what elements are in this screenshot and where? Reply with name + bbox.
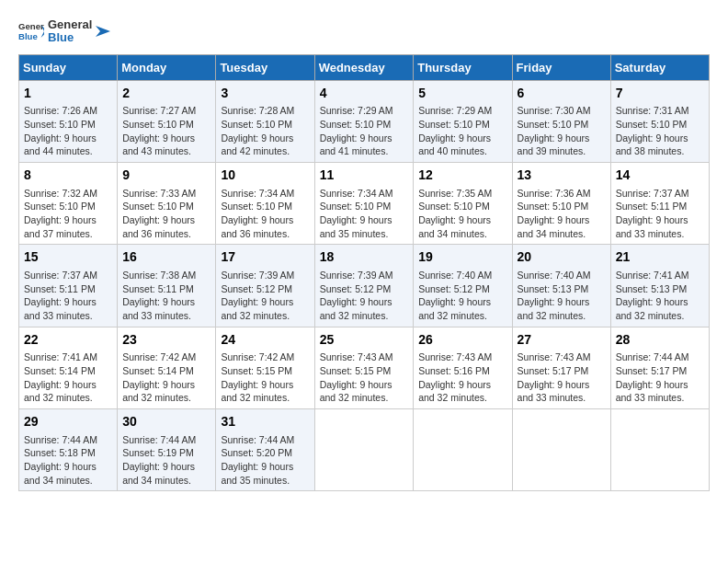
- day-content: Sunrise: 7:44 AM Sunset: 5:20 PM Dayligh…: [221, 433, 309, 488]
- calendar-cell: 24 Sunrise: 7:42 AM Sunset: 5:15 PM Dayl…: [216, 327, 314, 408]
- calendar-cell: 29 Sunrise: 7:44 AM Sunset: 5:18 PM Dayl…: [19, 408, 118, 490]
- calendar-cell: 13 Sunrise: 7:36 AM Sunset: 5:10 PM Dayl…: [512, 162, 610, 244]
- calendar-cell: 31 Sunrise: 7:44 AM Sunset: 5:20 PM Dayl…: [216, 408, 314, 490]
- calendar-cell: 11 Sunrise: 7:34 AM Sunset: 5:10 PM Dayl…: [314, 162, 414, 244]
- day-number: 4: [320, 85, 409, 103]
- day-number: 24: [221, 331, 309, 350]
- day-content: Sunrise: 7:28 AM Sunset: 5:10 PM Dayligh…: [221, 104, 309, 158]
- day-content: Sunrise: 7:43 AM Sunset: 5:15 PM Dayligh…: [320, 350, 409, 405]
- day-number: 20: [518, 248, 606, 267]
- calendar-cell: 17 Sunrise: 7:39 AM Sunset: 5:12 PM Dayl…: [216, 245, 314, 327]
- calendar-cell: 12 Sunrise: 7:35 AM Sunset: 5:10 PM Dayl…: [414, 162, 512, 244]
- day-number: 2: [122, 85, 210, 103]
- day-number: 3: [221, 85, 309, 103]
- day-number: 21: [616, 248, 704, 267]
- day-content: Sunrise: 7:42 AM Sunset: 5:15 PM Dayligh…: [221, 350, 309, 405]
- calendar-cell: 2 Sunrise: 7:27 AM Sunset: 5:10 PM Dayli…: [118, 80, 216, 162]
- day-number: 6: [518, 85, 606, 103]
- day-number: 12: [418, 167, 506, 185]
- calendar-cell: 25 Sunrise: 7:43 AM Sunset: 5:15 PM Dayl…: [314, 327, 414, 408]
- svg-text:Blue: Blue: [18, 31, 38, 41]
- calendar-cell: 23 Sunrise: 7:42 AM Sunset: 5:14 PM Dayl…: [118, 327, 216, 408]
- day-number: 27: [518, 331, 606, 350]
- logo: General Blue General Blue: [18, 18, 114, 45]
- day-content: Sunrise: 7:35 AM Sunset: 5:10 PM Dayligh…: [418, 187, 506, 241]
- calendar-cell: 5 Sunrise: 7:29 AM Sunset: 5:10 PM Dayli…: [414, 80, 512, 162]
- day-number: 13: [518, 167, 606, 185]
- day-content: Sunrise: 7:38 AM Sunset: 5:11 PM Dayligh…: [122, 269, 210, 323]
- calendar-cell: 3 Sunrise: 7:28 AM Sunset: 5:10 PM Dayli…: [216, 80, 314, 162]
- calendar-cell: 14 Sunrise: 7:37 AM Sunset: 5:11 PM Dayl…: [610, 162, 709, 244]
- day-content: Sunrise: 7:36 AM Sunset: 5:10 PM Dayligh…: [518, 187, 606, 241]
- day-content: Sunrise: 7:34 AM Sunset: 5:10 PM Dayligh…: [320, 187, 409, 241]
- day-number: 11: [320, 167, 409, 185]
- day-content: Sunrise: 7:40 AM Sunset: 5:13 PM Dayligh…: [518, 269, 606, 323]
- page-header: General Blue General Blue: [18, 18, 710, 45]
- day-content: Sunrise: 7:39 AM Sunset: 5:12 PM Dayligh…: [221, 269, 309, 323]
- logo-line2: Blue: [48, 31, 92, 44]
- day-number: 7: [616, 85, 704, 103]
- day-content: Sunrise: 7:40 AM Sunset: 5:12 PM Dayligh…: [418, 269, 506, 323]
- calendar-cell: 8 Sunrise: 7:32 AM Sunset: 5:10 PM Dayli…: [19, 162, 118, 244]
- calendar-cell: [610, 408, 709, 490]
- day-number: 23: [122, 331, 210, 350]
- calendar-cell: 9 Sunrise: 7:33 AM Sunset: 5:10 PM Dayli…: [118, 162, 216, 244]
- day-content: Sunrise: 7:30 AM Sunset: 5:10 PM Dayligh…: [518, 104, 606, 158]
- day-content: Sunrise: 7:27 AM Sunset: 5:10 PM Dayligh…: [122, 104, 210, 158]
- day-content: Sunrise: 7:37 AM Sunset: 5:11 PM Dayligh…: [24, 269, 112, 323]
- day-content: Sunrise: 7:42 AM Sunset: 5:14 PM Dayligh…: [122, 350, 210, 405]
- column-header-thursday: Thursday: [414, 54, 512, 80]
- day-number: 5: [418, 85, 506, 103]
- day-number: 15: [24, 248, 112, 267]
- day-content: Sunrise: 7:32 AM Sunset: 5:10 PM Dayligh…: [24, 187, 112, 241]
- day-content: Sunrise: 7:31 AM Sunset: 5:10 PM Dayligh…: [616, 104, 704, 158]
- calendar-cell: 1 Sunrise: 7:26 AM Sunset: 5:10 PM Dayli…: [19, 80, 118, 162]
- day-number: 14: [616, 167, 704, 185]
- calendar-cell: [414, 408, 512, 490]
- day-content: Sunrise: 7:26 AM Sunset: 5:10 PM Dayligh…: [24, 104, 112, 158]
- day-content: Sunrise: 7:34 AM Sunset: 5:10 PM Dayligh…: [221, 187, 309, 241]
- column-header-monday: Monday: [118, 54, 216, 80]
- day-number: 31: [221, 413, 309, 431]
- day-number: 19: [418, 248, 506, 267]
- svg-marker-3: [96, 26, 110, 37]
- calendar-cell: 15 Sunrise: 7:37 AM Sunset: 5:11 PM Dayl…: [19, 245, 118, 327]
- calendar-cell: 19 Sunrise: 7:40 AM Sunset: 5:12 PM Dayl…: [414, 245, 512, 327]
- calendar-cell: 7 Sunrise: 7:31 AM Sunset: 5:10 PM Dayli…: [610, 80, 709, 162]
- calendar-cell: 22 Sunrise: 7:41 AM Sunset: 5:14 PM Dayl…: [19, 327, 118, 408]
- day-number: 17: [221, 248, 309, 267]
- column-header-tuesday: Tuesday: [216, 54, 314, 80]
- calendar-cell: 26 Sunrise: 7:43 AM Sunset: 5:16 PM Dayl…: [414, 327, 512, 408]
- calendar-cell: 6 Sunrise: 7:30 AM Sunset: 5:10 PM Dayli…: [512, 80, 610, 162]
- day-number: 8: [24, 167, 112, 185]
- day-number: 29: [24, 413, 112, 431]
- calendar-cell: 16 Sunrise: 7:38 AM Sunset: 5:11 PM Dayl…: [118, 245, 216, 327]
- day-number: 1: [24, 85, 112, 103]
- day-content: Sunrise: 7:29 AM Sunset: 5:10 PM Dayligh…: [418, 104, 506, 158]
- day-content: Sunrise: 7:29 AM Sunset: 5:10 PM Dayligh…: [320, 104, 409, 158]
- svg-text:General: General: [18, 22, 44, 32]
- calendar-cell: 4 Sunrise: 7:29 AM Sunset: 5:10 PM Dayli…: [314, 80, 414, 162]
- day-content: Sunrise: 7:43 AM Sunset: 5:17 PM Dayligh…: [518, 350, 606, 405]
- day-number: 26: [418, 331, 506, 350]
- day-number: 30: [122, 413, 210, 431]
- calendar-cell: 30 Sunrise: 7:44 AM Sunset: 5:19 PM Dayl…: [118, 408, 216, 490]
- day-content: Sunrise: 7:43 AM Sunset: 5:16 PM Dayligh…: [418, 350, 506, 405]
- calendar-cell: [314, 408, 414, 490]
- day-number: 25: [320, 331, 409, 350]
- calendar-cell: 20 Sunrise: 7:40 AM Sunset: 5:13 PM Dayl…: [512, 245, 610, 327]
- day-number: 10: [221, 167, 309, 185]
- day-number: 28: [616, 331, 704, 350]
- calendar-cell: 28 Sunrise: 7:44 AM Sunset: 5:17 PM Dayl…: [610, 327, 709, 408]
- day-content: Sunrise: 7:41 AM Sunset: 5:14 PM Dayligh…: [24, 350, 112, 405]
- logo-arrow-icon: [96, 22, 114, 40]
- calendar-cell: 18 Sunrise: 7:39 AM Sunset: 5:12 PM Dayl…: [314, 245, 414, 327]
- day-number: 16: [122, 248, 210, 267]
- day-content: Sunrise: 7:44 AM Sunset: 5:18 PM Dayligh…: [24, 433, 112, 488]
- column-header-wednesday: Wednesday: [314, 54, 414, 80]
- calendar-cell: 27 Sunrise: 7:43 AM Sunset: 5:17 PM Dayl…: [512, 327, 610, 408]
- day-content: Sunrise: 7:33 AM Sunset: 5:10 PM Dayligh…: [122, 187, 210, 241]
- column-header-sunday: Sunday: [19, 54, 118, 80]
- logo-icon: General Blue: [18, 18, 44, 44]
- day-content: Sunrise: 7:44 AM Sunset: 5:19 PM Dayligh…: [122, 433, 210, 488]
